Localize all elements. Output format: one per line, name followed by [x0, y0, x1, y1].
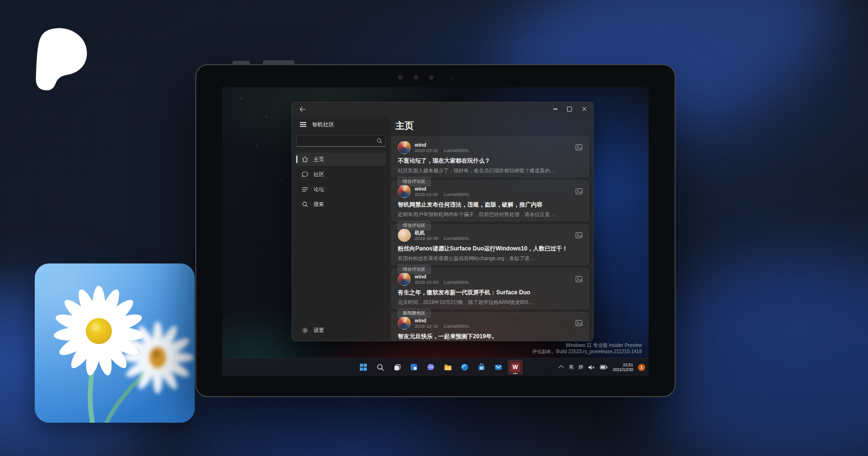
task-view-icon [393, 363, 401, 372]
close-button[interactable] [577, 103, 591, 115]
search-icon [302, 201, 308, 207]
post-device: Lumia950XL [444, 148, 470, 153]
power-button [232, 61, 250, 65]
sidebar-item-label: 设置 [313, 327, 324, 334]
post-author: wind [415, 318, 571, 323]
sidebar-item-settings[interactable]: 设置 [296, 323, 384, 337]
windows-start-icon [359, 363, 368, 372]
task-view-button[interactable] [390, 360, 405, 374]
hamburger-menu-icon[interactable] [300, 121, 306, 128]
post-date: 2019-12-02 [415, 192, 438, 197]
sidebar-item-forum[interactable]: 论坛 [296, 182, 386, 196]
post-body: 近期有用户举报智机网内有个骗子，目前已经封禁处理，请各位注意… [398, 211, 583, 218]
post-card[interactable]: wind 2020-03-02Lumia950XL 不逛论坛了，现在大家都在玩什… [392, 137, 589, 177]
avatar [398, 317, 411, 330]
app-title: 智机社区 [312, 121, 334, 128]
post-card[interactable]: wind 2019-12-02Lumia950XL 智机网禁止发布任何违法，违规… [392, 180, 589, 221]
post-device: Lumia950XL [444, 279, 470, 285]
notification-badge[interactable]: 1 [638, 364, 645, 371]
avatar [398, 273, 411, 286]
post-body: 社区里面人越来越少了，很好奇，老会员们现在都玩啥呢？难道真的… [398, 167, 583, 174]
system-tray: 英 拼 22:51 2021/12/30 1 [560, 359, 645, 376]
image-attachment-icon [575, 276, 583, 282]
sidebar-item-home[interactable]: 主页 [296, 152, 386, 166]
microsoft-store-button[interactable] [475, 360, 489, 374]
post-body: 北京时间，2019年10月2日晚，除了超窄边框ARM骁龙855… [398, 299, 583, 306]
image-attachment-icon [575, 232, 583, 238]
tray-date: 2021/12/30 [612, 367, 633, 372]
sidebar: 智机社区 主页 [292, 116, 390, 341]
surface-tablet: 智机社区 主页 [195, 64, 676, 397]
sidebar-item-label: 搜索 [313, 201, 324, 208]
search-box[interactable] [296, 135, 386, 147]
sidebar-item-search[interactable]: 搜索 [296, 197, 386, 211]
post-device: Lumia950XL [444, 192, 470, 197]
post-author: wind [415, 142, 571, 148]
word-button[interactable]: W [508, 360, 523, 374]
back-button[interactable] [297, 104, 308, 114]
avatar [398, 185, 411, 198]
post-date: 2019-10-03 [415, 279, 438, 285]
clock[interactable]: 22:51 2021/12/30 [612, 362, 633, 372]
post-date: 2020-03-02 [415, 148, 438, 153]
post-card[interactable]: 机机 2019-10-08Lumia950XL 粉丝向Panos请愿让Surfa… [392, 224, 589, 265]
edge-browser-button[interactable] [458, 360, 472, 374]
teams-chat-icon [427, 363, 435, 372]
post-device: Lumia950XL [444, 235, 470, 241]
post-list: wind 2020-03-02Lumia950XL 不逛论坛了，现在大家都在玩什… [392, 137, 589, 341]
post-device: Lumia950XL [444, 323, 470, 329]
search-icon [377, 138, 382, 144]
maximize-button[interactable] [562, 103, 577, 115]
post-title: 有生之年，微软发布新一代双屏手机：Surface Duo [398, 289, 583, 297]
titlebar [292, 102, 593, 116]
file-explorer-button[interactable] [441, 360, 455, 374]
post-author: wind [415, 274, 571, 279]
post-body: 有国外粉丝在著名请愿公益信息网站change.org，发起了请… [398, 255, 583, 262]
store-icon [477, 363, 486, 372]
image-attachment-icon [575, 188, 583, 194]
sidebar-item-label: 论坛 [313, 186, 324, 193]
avatar [398, 141, 411, 154]
post-author: 机机 [415, 230, 571, 235]
home-icon [302, 156, 308, 162]
widgets-button[interactable] [407, 360, 421, 374]
taskbar-search-button[interactable] [373, 360, 388, 374]
tray-chevron-up-icon[interactable] [558, 365, 564, 371]
camera-led [452, 77, 454, 79]
edge-icon [461, 363, 469, 372]
main-content: 主页 wind 2020-03-02Lumia950XL [390, 116, 593, 341]
start-button[interactable] [356, 360, 371, 374]
list-icon [302, 187, 308, 192]
image-attachment-icon [575, 144, 583, 151]
insider-watermark: Windows 11 专业版 Insider Preview 评估副本。Buil… [532, 343, 642, 355]
mail-button[interactable] [491, 360, 506, 374]
post-date: 2019-10-08 [415, 235, 438, 241]
tray-time: 22:51 [612, 362, 633, 367]
front-camera-sensors [398, 75, 434, 80]
post-author: wind [415, 186, 571, 192]
mail-icon [494, 363, 503, 371]
search-input[interactable] [299, 138, 377, 144]
volume-rocker [263, 60, 295, 65]
chat-button[interactable] [424, 360, 438, 374]
word-icon: W [511, 362, 520, 372]
zhiji-community-app-window: 智机社区 主页 [292, 102, 594, 341]
speaker-muted-icon[interactable] [588, 364, 595, 371]
ime-mode-indicator[interactable]: 拼 [578, 364, 583, 371]
avatar [398, 229, 411, 242]
minimize-button[interactable] [548, 103, 562, 115]
image-attachment-icon [575, 320, 583, 326]
post-title: 智友元旦快乐，一起来预测下2019年。 [398, 332, 583, 341]
post-date: 2018-12-31 [415, 323, 438, 329]
ime-language-indicator[interactable]: 英 [569, 364, 573, 371]
search-icon [376, 363, 384, 372]
taskbar: W 英 拼 22:51 2021/12/30 1 [222, 358, 649, 376]
battery-icon[interactable] [600, 364, 608, 370]
gear-icon [302, 327, 308, 333]
post-card[interactable]: wind 2019-10-03Lumia950XL 有生之年，微软发布新一代双屏… [392, 268, 589, 309]
sidebar-item-community[interactable]: 社区 [296, 167, 386, 181]
widgets-icon [410, 363, 419, 372]
sidebar-item-label: 主页 [313, 156, 324, 163]
post-card[interactable]: wind 2018-12-31Lumia950XL 智友元旦快乐，一起来预测下2… [392, 312, 589, 341]
post-title: 智机网禁止发布任何违法，违规，盗版，破解，推广内容 [398, 201, 583, 209]
